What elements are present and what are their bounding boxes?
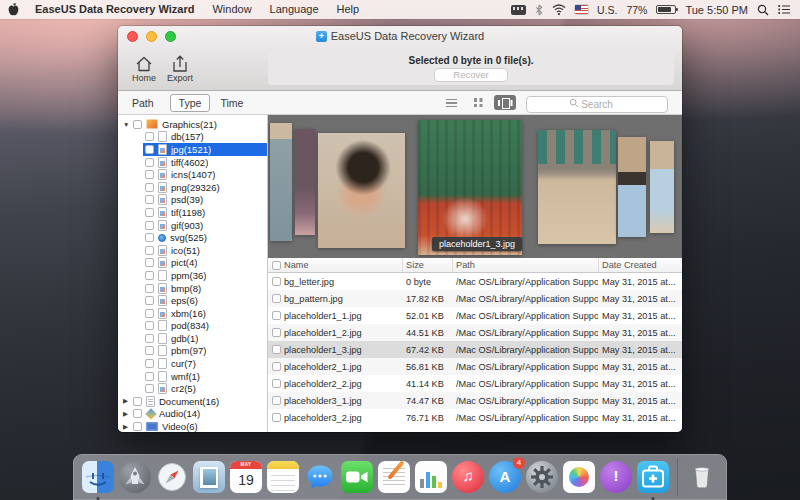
tree-item-psd-39[interactable]: psd(39) <box>143 194 267 207</box>
tree-item-wmf-1[interactable]: wmf(1) <box>143 370 267 383</box>
dock-item-feedback-assistant[interactable]: ! <box>600 461 632 493</box>
minimize-button[interactable] <box>146 31 157 42</box>
zoom-button[interactable] <box>165 31 176 42</box>
tree-item-tiff-4602[interactable]: tiff(4602) <box>143 156 267 169</box>
dock-item-photos[interactable] <box>563 461 595 493</box>
export-button[interactable]: Export <box>162 54 198 83</box>
tree-item-checkbox[interactable] <box>133 120 142 129</box>
bluetooth-icon[interactable] <box>535 4 543 16</box>
tree-item-checkbox[interactable] <box>145 246 154 255</box>
dock-item-trash[interactable] <box>686 461 718 493</box>
menu-clock[interactable]: Tue 5:50 PM <box>685 4 748 16</box>
tree-item-png-29326[interactable]: png(29326) <box>143 181 267 194</box>
tree-item-checkbox[interactable] <box>145 334 154 343</box>
grid-view-button[interactable] <box>467 95 489 110</box>
tree-item-checkbox[interactable] <box>133 422 142 431</box>
tree-item-cur-7[interactable]: cur(7) <box>143 357 267 370</box>
tree-item-pict-4[interactable]: pict(4) <box>143 257 267 270</box>
tree-item-jpg-1521[interactable]: jpg(1521) <box>143 143 267 156</box>
table-row-placeholder1-1-jpg[interactable]: placeholder1_1.jpg52.01 KB/Mac OS/Librar… <box>268 307 682 324</box>
tree-item-pbm-97[interactable]: pbm(97) <box>143 345 267 358</box>
tree-item-svg-525[interactable]: svg(525) <box>143 231 267 244</box>
table-row-placeholder2-2-jpg[interactable]: placeholder2_2.jpg41.14 KB/Mac OS/Librar… <box>268 375 682 392</box>
column-header-date-created[interactable]: Date Created <box>598 258 682 272</box>
wifi-icon[interactable] <box>552 4 566 15</box>
apple-menu-icon[interactable] <box>0 0 26 19</box>
tree-item-checkbox[interactable] <box>145 195 154 204</box>
tree-item-checkbox[interactable] <box>145 132 154 141</box>
disclosure-triangle-icon[interactable]: ▶ <box>123 423 133 431</box>
row-checkbox[interactable] <box>272 345 281 354</box>
table-row-placeholder1-3-jpg[interactable]: placeholder1_3.jpg67.42 KB/Mac OS/Librar… <box>268 341 682 358</box>
preview-thumb-1[interactable] <box>270 123 292 241</box>
tree-item-checkbox[interactable] <box>145 158 154 167</box>
table-row-placeholder3-2-jpg[interactable]: placeholder3_2.jpg76.71 KB/Mac OS/Librar… <box>268 409 682 426</box>
tree-item-pod-834[interactable]: pod(834) <box>143 320 267 333</box>
dock-item-easeus-data-recovery[interactable] <box>637 461 669 493</box>
battery-icon[interactable] <box>656 5 676 14</box>
menu-item-language[interactable]: Language <box>261 0 328 19</box>
preview-thumb-3[interactable] <box>318 133 405 248</box>
preview-thumb-5[interactable] <box>538 130 616 244</box>
table-row-placeholder3-1-jpg[interactable]: placeholder3_1.jpg74.47 KB/Mac OS/Librar… <box>268 392 682 409</box>
tree-item-xbm-16[interactable]: xbm(16) <box>143 307 267 320</box>
tree-item-checkbox[interactable] <box>145 284 154 293</box>
dock-item-launchpad[interactable] <box>119 461 151 493</box>
dock-item-numbers[interactable] <box>415 461 447 493</box>
home-button[interactable]: Home <box>126 54 162 83</box>
tree-item-checkbox[interactable] <box>145 296 154 305</box>
tree-item-eps-6[interactable]: eps(6) <box>143 294 267 307</box>
menu-item-help[interactable]: Help <box>328 0 369 19</box>
disclosure-triangle-icon[interactable]: ▶ <box>123 397 133 405</box>
tree-item-checkbox[interactable] <box>145 258 154 267</box>
tab-type[interactable]: Type <box>170 94 211 112</box>
row-checkbox[interactable] <box>272 362 281 371</box>
notification-center-icon[interactable] <box>778 4 791 15</box>
tree-item-checkbox[interactable] <box>145 346 154 355</box>
dock-item-app-store[interactable]: A4 <box>489 461 521 493</box>
disclosure-triangle-icon[interactable]: ▶ <box>123 410 133 418</box>
tree-item-cr2-5[interactable]: cr2(5) <box>143 382 267 395</box>
tree-item-checkbox[interactable] <box>145 183 154 192</box>
tree-item-ico-51[interactable]: ico(51) <box>143 244 267 257</box>
tree-item-checkbox[interactable] <box>145 321 154 330</box>
table-row-placeholder1-2-jpg[interactable]: placeholder1_2.jpg44.51 KB/Mac OS/Librar… <box>268 324 682 341</box>
tree-item-gdb-1[interactable]: gdb(1) <box>143 332 267 345</box>
row-checkbox[interactable] <box>272 294 281 303</box>
dock-item-system-preferences[interactable] <box>526 461 558 493</box>
tree-item-tif-1198[interactable]: tif(1198) <box>143 206 267 219</box>
table-row-placeholder2-1-jpg[interactable]: placeholder2_1.jpg56.81 KB/Mac OS/Librar… <box>268 358 682 375</box>
tree-item-checkbox[interactable] <box>133 397 142 406</box>
disclosure-triangle-icon[interactable]: ▼ <box>123 121 133 128</box>
preview-thumb-2[interactable] <box>295 129 315 235</box>
tree-item-video-6[interactable]: ▶Video(6) <box>118 420 267 432</box>
search-input[interactable] <box>526 96 668 113</box>
column-header-name[interactable]: Name <box>284 260 402 270</box>
dock-item-notes[interactable] <box>267 461 299 493</box>
dock-item-safari[interactable] <box>156 461 188 493</box>
row-checkbox[interactable] <box>272 379 281 388</box>
row-checkbox[interactable] <box>272 311 281 320</box>
recover-button[interactable]: Recover <box>434 68 508 82</box>
tree-item-checkbox[interactable] <box>145 233 154 242</box>
coverflow-view-button[interactable] <box>494 95 516 110</box>
row-checkbox[interactable] <box>272 413 281 422</box>
row-checkbox[interactable] <box>272 328 281 337</box>
tree-item-checkbox[interactable] <box>145 170 154 179</box>
dock-item-mail[interactable] <box>193 461 225 493</box>
menu-item-app[interactable]: EaseUS Data Recovery Wizard <box>26 0 203 19</box>
tree-item-document-16[interactable]: ▶Document(16) <box>118 395 267 408</box>
tree-item-audio-14[interactable]: ▶Audio(14) <box>118 408 267 421</box>
dock-item-pages[interactable] <box>378 461 410 493</box>
dock-item-facetime[interactable] <box>341 461 373 493</box>
tab-time[interactable]: Time <box>220 95 243 111</box>
column-header-path[interactable]: Path <box>452 258 598 272</box>
list-view-button[interactable] <box>440 95 462 110</box>
tree-item-checkbox[interactable] <box>145 372 154 381</box>
keyboard-icon[interactable] <box>511 5 526 15</box>
tree-item-checkbox[interactable] <box>145 359 154 368</box>
preview-thumb-6[interactable] <box>618 137 646 237</box>
close-button[interactable] <box>127 31 138 42</box>
tree-item-checkbox[interactable] <box>145 208 154 217</box>
tree-item-checkbox[interactable] <box>145 309 154 318</box>
